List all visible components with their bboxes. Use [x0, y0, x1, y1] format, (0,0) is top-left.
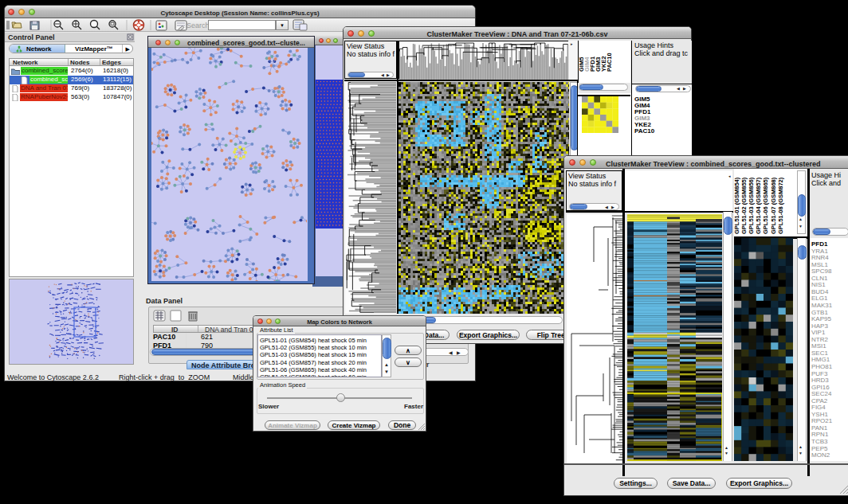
svg-text:GPL51-06 (GSM865): GPL51-06 (GSM865): [762, 177, 769, 234]
svg-text:PAC10: PAC10: [606, 53, 613, 72]
svg-text:GPL51-08 (GSM872): GPL51-08 (GSM872): [777, 177, 784, 234]
svg-text:GPL51-03 (GSM856): GPL51-03 (GSM856): [748, 177, 755, 234]
svg-text:GPL51-02 (GSM855): GPL51-02 (GSM855): [740, 177, 748, 234]
svg-text:GPL51-01 (GSM854): GPL51-01 (GSM854): [734, 177, 740, 234]
svg-text:GPL51-04 (GSM857): GPL51-04 (GSM857): [755, 177, 762, 234]
svg-text:GPL51-07 (GSM868): GPL51-07 (GSM868): [770, 177, 777, 234]
